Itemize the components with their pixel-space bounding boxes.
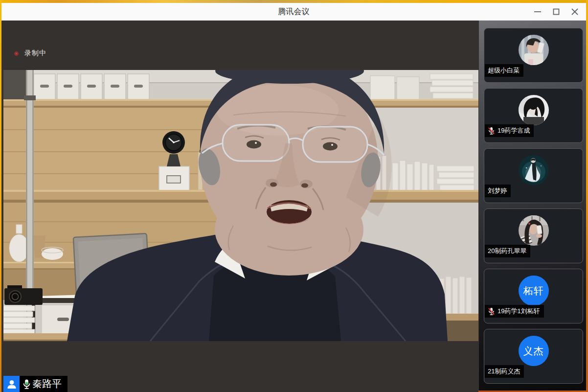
- window-title: 腾讯会议: [1, 3, 586, 21]
- screen: 腾讯会议: [0, 0, 588, 392]
- participant-name: 21制药义杰: [488, 367, 520, 376]
- participant-name-label: 19药学1刘柘轩: [485, 305, 544, 318]
- participant-name-label: 19药学言成: [485, 124, 534, 137]
- close-icon: [570, 7, 580, 17]
- participant-tile-1[interactable]: 超级小白菜: [484, 28, 583, 83]
- participants-sidebar[interactable]: 超级小白菜 19药学言成 刘梦婷 20制药孔翠翠: [479, 21, 586, 392]
- participant-name-label: 刘梦婷: [485, 184, 511, 197]
- window-controls: [530, 4, 582, 19]
- self-name: 秦路平: [32, 377, 62, 391]
- participant-name: 超级小白菜: [488, 66, 520, 75]
- recording-label: 录制中: [24, 49, 46, 58]
- mic-active-icon: [23, 379, 31, 390]
- maximize-icon: [551, 7, 561, 17]
- recording-indicator: 录制中: [14, 49, 46, 58]
- mic-muted-icon: [488, 127, 495, 135]
- speaker-video-frame: [3, 70, 478, 341]
- main-video-speaker[interactable]: [3, 70, 478, 341]
- main-stage: 录制中: [1, 21, 479, 392]
- participant-name-label: 20制药孔翠翠: [485, 245, 530, 257]
- avatar-photo-selfie: [519, 35, 549, 65]
- participant-tile-4[interactable]: 20制药孔翠翠: [484, 208, 583, 263]
- participant-tile-6[interactable]: 义杰 21制药义杰: [484, 329, 583, 384]
- self-name-label: 秦路平: [20, 376, 68, 392]
- avatar-photo-girl: [519, 215, 549, 246]
- titlebar[interactable]: 腾讯会议: [1, 3, 586, 21]
- avatar-fantasy-art: [519, 155, 549, 185]
- recording-dot-icon: [14, 51, 19, 56]
- participant-name: 刘梦婷: [488, 186, 507, 195]
- avatar-initials: 柘轩: [519, 276, 549, 306]
- participant-tile-2[interactable]: 19药学言成: [484, 88, 583, 143]
- background-window-edge-right: [586, 0, 588, 392]
- self-view-bar: 秦路平: [3, 376, 68, 392]
- minimize-button[interactable]: [530, 4, 545, 19]
- mic-muted-icon: [488, 307, 495, 316]
- participant-name-label: 21制药义杰: [485, 365, 524, 378]
- participant-name-label: 超级小白菜: [485, 64, 523, 77]
- avatar-initials: 义杰: [519, 336, 549, 366]
- participant-tile-5[interactable]: 柘轩 19药学1刘柘轩: [484, 269, 583, 323]
- maximize-button[interactable]: [549, 4, 564, 19]
- participant-tile-3[interactable]: 刘梦婷: [484, 148, 583, 203]
- meeting-window: 腾讯会议: [1, 3, 586, 392]
- participant-name: 19药学1刘柘轩: [498, 307, 540, 316]
- person-icon: [6, 379, 17, 390]
- participant-name: 20制药孔翠翠: [488, 247, 526, 255]
- close-button[interactable]: [567, 4, 582, 19]
- profile-square[interactable]: [3, 376, 20, 392]
- background-window-edge-left: [0, 0, 1, 392]
- participant-name: 19药学言成: [498, 126, 530, 135]
- minimize-icon: [533, 7, 543, 17]
- avatar-anime-bw: [519, 95, 549, 125]
